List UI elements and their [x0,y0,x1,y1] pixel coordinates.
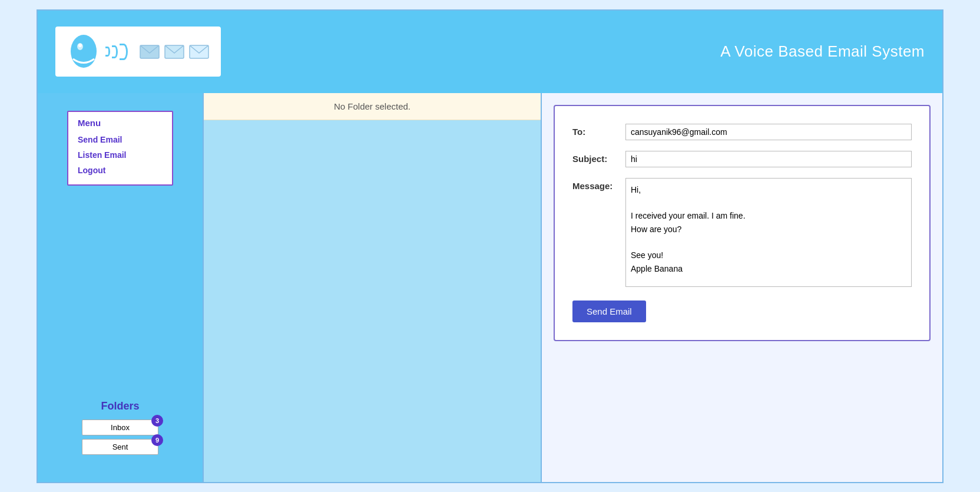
message-label: Message: [572,178,625,191]
email-form-box: To: Subject: Message: <span class="red-u… [554,105,931,341]
main-content: Menu Send Email Listen Email Logout Fold… [38,93,942,482]
face-icon [67,32,100,71]
envelope-icon-1 [140,45,160,59]
subject-label: Subject: [572,151,625,164]
svg-point-2 [78,44,82,47]
inbox-badge: 3 [151,415,163,427]
folders-title: Folders [101,400,139,412]
sound-waves-icon [105,44,128,60]
menu-box: Menu Send Email Listen Email Logout [67,111,173,186]
logo-area [55,27,221,77]
envelope-icon-2 [164,45,184,59]
menu-item-listen-email[interactable]: Listen Email [78,150,163,160]
menu-title: Menu [78,118,163,128]
message-textarea[interactable]: <span class="red-underline">Hi,</span> I… [625,178,912,287]
sent-folder-wrap: Sent 9 [82,439,158,455]
menu-item-send-email[interactable]: Send Email [78,135,163,144]
app-container: A Voice Based Email System Menu Send Ema… [37,9,943,483]
to-label: To: [572,124,625,137]
subject-input[interactable] [625,151,912,167]
send-email-button[interactable]: Send Email [572,301,646,322]
to-input[interactable] [625,124,912,140]
header: A Voice Based Email System [38,11,942,93]
sent-folder-button[interactable]: Sent [82,439,158,455]
to-row: To: [572,124,912,140]
message-row: Message: <span class="red-underline">Hi,… [572,178,912,287]
inbox-folder-wrap: Inbox 3 [82,420,158,435]
no-folder-banner: No Folder selected. [204,93,541,120]
folders-section: Folders Inbox 3 Sent 9 [49,400,191,470]
subject-row: Subject: [572,151,912,167]
sidebar: Menu Send Email Listen Email Logout Fold… [38,93,203,482]
right-panel: To: Subject: Message: <span class="red-u… [542,93,942,482]
envelope-icons [140,45,209,59]
header-title: A Voice Based Email System [720,42,925,61]
center-panel: No Folder selected. [203,93,542,482]
envelope-icon-3 [189,45,209,59]
sent-badge: 9 [151,434,163,446]
inbox-folder-button[interactable]: Inbox [82,420,158,435]
menu-item-logout[interactable]: Logout [78,166,163,175]
